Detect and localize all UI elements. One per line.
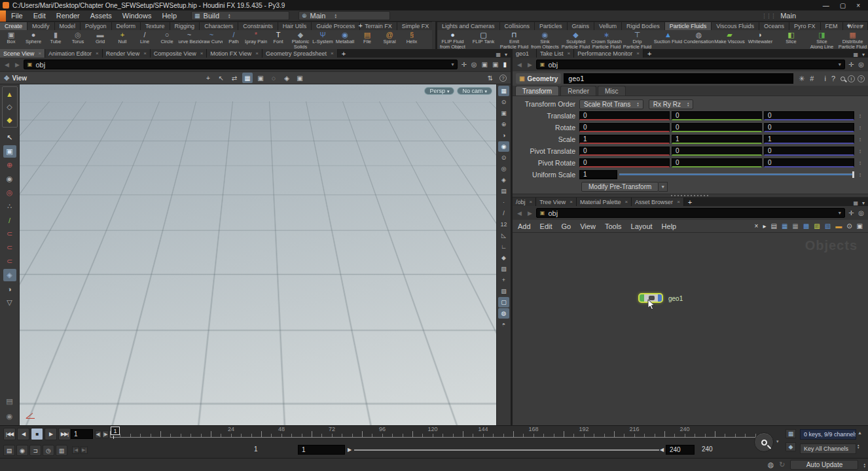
jitter-tool-icon[interactable]: ∴ [3, 200, 16, 213]
camera-selector[interactable]: No cam▾ [457, 87, 492, 95]
wire-style-icon[interactable]: ▧ [825, 222, 831, 230]
pin-icon[interactable]: ✛ [847, 61, 855, 68]
back-icon[interactable]: ◀ [515, 61, 524, 68]
pane-menu-icon[interactable]: ▦ [853, 52, 858, 58]
scoped-channels-icon[interactable]: ◆ [786, 442, 796, 451]
shelf-tab[interactable]: Viscous Fluids [712, 22, 759, 30]
channel-icon[interactable]: ↕ [856, 160, 864, 166]
updown-icon[interactable]: ▴▾ [863, 462, 865, 468]
flipbook-icon[interactable]: ⊐ [29, 445, 41, 456]
playback-clock-icon[interactable]: ◷ [43, 445, 54, 456]
zoom-region-icon[interactable]: ⊙ [498, 97, 509, 107]
floating-panel-icon[interactable]: ▢ [498, 297, 509, 307]
rotate-order-select[interactable]: Rx Ry Rz▴▾ [649, 99, 694, 109]
pane-tab[interactable]: Geometry Spreadsheet× [262, 49, 338, 58]
pane-menu-icon[interactable]: ▦ [496, 52, 501, 58]
menu-item[interactable]: Edit [28, 10, 51, 22]
select-mode-objects-icon[interactable]: ▲ [3, 88, 16, 100]
pane-tab[interactable]: Performance Monitor× [574, 49, 643, 58]
help-circle-icon[interactable]: ? [499, 75, 507, 82]
refresh-icon[interactable]: ↻ [779, 461, 785, 469]
shelf-tool[interactable]: ◉Metaball [334, 30, 356, 49]
x-value-field[interactable]: 0 [579, 147, 670, 156]
shelf-tab[interactable]: Modify [27, 22, 55, 30]
help-circle-icon[interactable]: ? [858, 75, 865, 82]
shelf-tool[interactable]: ▰Make Viscous [714, 30, 745, 49]
shelf-tab[interactable]: Model [55, 22, 81, 30]
caret-down-icon[interactable]: ▾ [776, 439, 779, 444]
viewport-3d[interactable]: Persp▾ No cam▾ [20, 84, 496, 425]
node-name-field[interactable]: geo1 [564, 73, 793, 84]
step-back-icon[interactable]: ◀| [95, 430, 101, 438]
shelf-tool[interactable]: +Null [111, 30, 134, 49]
shelf-tab[interactable]: Particle Fluids [665, 22, 712, 30]
z-value-field[interactable]: 0 [764, 158, 854, 167]
realtime-toggle-icon[interactable]: ◉ [16, 445, 28, 456]
dependency-icon[interactable]: ▬ [835, 222, 842, 230]
y-value-field[interactable]: 0 [672, 147, 762, 156]
scene-selector[interactable]: ⊕ Main ▴▾ [298, 11, 390, 20]
add-shelf-tab-button[interactable]: + [843, 22, 855, 29]
cook-brain-icon[interactable]: ◍ [768, 461, 774, 469]
network-canvas[interactable]: Objects geo1 [513, 233, 868, 425]
shelf-tool[interactable]: TFont [267, 30, 289, 49]
range-start-field[interactable]: 1 [298, 445, 345, 455]
view-info-icon[interactable]: ◓ [498, 319, 509, 330]
menu-item[interactable]: Tools [605, 222, 622, 230]
high-quality-light-icon[interactable]: ◎ [498, 164, 509, 174]
shelf-tool[interactable]: ◗Whitewater [745, 30, 776, 49]
menu-item[interactable]: Layout [631, 222, 653, 230]
shelf-tool[interactable]: ◍Condensation [683, 30, 714, 49]
shelf-tool[interactable]: ○Circle [156, 30, 178, 49]
shelf-tool[interactable]: ▬Grid [89, 30, 111, 49]
group-list-icon[interactable]: ▨ [498, 264, 509, 274]
close-tab-icon[interactable]: × [636, 50, 640, 56]
prim-normals-icon[interactable]: ◺ [498, 230, 509, 241]
shelf-tab[interactable]: Polygon [81, 22, 112, 30]
pane-tab[interactable]: Render View× [103, 49, 151, 58]
shelf-tool[interactable]: ∗Crown SplashParticle Fluid [591, 30, 622, 49]
shelf-tab[interactable]: Rigging [170, 22, 200, 30]
menu-item[interactable]: Windows [117, 10, 157, 22]
shelf-tool[interactable]: /Path [223, 30, 245, 49]
z-value-field[interactable]: 1 [764, 135, 854, 144]
pane-tab[interactable]: /obj× [513, 198, 536, 206]
shelf-tool[interactable]: ▤File [356, 30, 378, 49]
channel-icon[interactable]: ↕ [856, 171, 864, 178]
select-mode-components-icon[interactable]: ◇ [3, 101, 16, 113]
x-value-field[interactable]: 0 [579, 158, 670, 167]
brush-select-icon[interactable]: ◌ [268, 73, 279, 83]
menu-item[interactable]: Assets [85, 10, 117, 22]
viewport-layout-icon[interactable]: ▦ [498, 86, 509, 96]
node-type-chip[interactable]: ▣ Geometry [516, 73, 561, 84]
pane-caret-icon[interactable]: ▾ [862, 52, 865, 58]
shelf-tab[interactable]: Hair Utils [278, 22, 312, 30]
shelf-tab[interactable]: FEM [821, 22, 843, 30]
gear-icon[interactable]: ✳ [799, 75, 805, 83]
pin-icon[interactable]: ✛ [847, 209, 855, 217]
shelf-tool[interactable]: ▲Suction Fluid [653, 30, 683, 49]
copy-keys-icon[interactable]: ▤ [3, 445, 15, 456]
shelf-tool[interactable]: ◆PlatonicSolids [289, 30, 312, 49]
transform-order-select[interactable]: Scale Rot Trans▴▾ [579, 99, 643, 109]
key-mode-select[interactable]: Key All Channels [800, 444, 856, 454]
play-reverse-button[interactable]: ◀ [17, 428, 29, 440]
caret-down-icon[interactable]: ▼ [659, 182, 668, 192]
rotate-tool-icon[interactable]: ◉ [3, 173, 16, 185]
shelf-tab[interactable]: Characters [200, 22, 238, 30]
sort-icon[interactable]: ⇅ [485, 73, 496, 83]
shelf-tool[interactable]: *Spray Paint [245, 30, 267, 49]
lighting-mode-icon[interactable]: ◉ [498, 141, 509, 152]
sticky-note-icon[interactable]: ▨ [814, 222, 820, 230]
close-tab-icon[interactable]: × [96, 50, 99, 56]
x-value-field[interactable]: 1 [579, 135, 670, 144]
channels-icon[interactable]: # [810, 75, 814, 82]
next-key-icon[interactable]: ▶| [81, 446, 88, 454]
pane-menu-icon[interactable]: ▦ [853, 200, 858, 206]
y-value-field[interactable]: 0 [672, 111, 762, 120]
go-end-button[interactable]: ▶▶| [58, 428, 71, 440]
magnet-tool-icon[interactable]: ⊂ [3, 228, 16, 240]
step-forward-icon[interactable]: |▶ [102, 430, 109, 438]
snap-mode-icon[interactable]: ◈ [281, 73, 292, 83]
param-tab[interactable]: Render [560, 86, 596, 96]
